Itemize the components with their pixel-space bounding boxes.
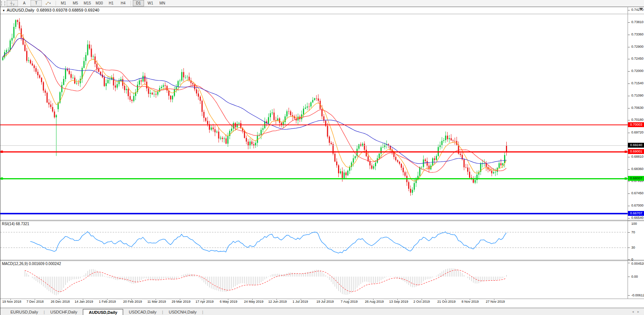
rsi-tick <box>628 232 630 233</box>
tab-scroll-arrows[interactable]: ◂▸ <box>632 310 643 314</box>
ohlc-quote-label: 0.68993 0.69378 0.68859 0.69240 <box>37 8 99 12</box>
chart-title: ▼AUDUSD,Daily 0.68993 0.69378 0.68859 0.… <box>2 8 99 12</box>
timeframe-button-m15[interactable]: M15 <box>82 0 93 6</box>
price-tick <box>628 10 630 10</box>
main-panel-bottom-border[interactable] <box>0 220 644 220</box>
price-tick <box>628 169 630 170</box>
price-tick <box>628 206 630 206</box>
date-label: 8 Nov 2019 <box>462 300 479 303</box>
timeframe-button-w1[interactable]: W1 <box>145 0 156 6</box>
date-label: 2 Oct 2019 <box>413 300 430 303</box>
tab-scroll-right-icon[interactable]: ▸ <box>637 310 643 314</box>
date-label: 7 Aug 2019 <box>341 300 358 303</box>
price-tick <box>628 84 630 84</box>
macd-tick <box>628 277 630 277</box>
date-label: 7 Dec 2018 <box>26 300 44 303</box>
collapse-arrow-icon[interactable]: ▼ <box>2 9 5 12</box>
crosshair-tool-icon: ┼ <box>10 1 13 5</box>
timeframe-button-h4[interactable]: H4 <box>118 0 129 6</box>
rsi-tick-label: 70 <box>631 230 635 234</box>
date-label: 13 Sep 2019 <box>389 300 408 303</box>
price-tick <box>628 157 630 157</box>
toolbar: ┼ F A T ⤢ ▾ M1M5M15M30H1H4D1W1MN <box>0 0 644 7</box>
price-tick <box>628 59 630 59</box>
line-handle-left[interactable] <box>1 151 3 153</box>
date-label: 29 Mar 2019 <box>172 300 191 303</box>
timeframe-button-d1[interactable]: D1 <box>133 0 144 6</box>
tab-scroll-left-icon[interactable]: ◂ <box>632 310 638 314</box>
macd-panel-bottom-border <box>0 299 644 299</box>
rsi-tick <box>628 248 630 248</box>
price-tick-label: 0.69720 <box>631 130 644 134</box>
horizontal-line-0.66707[interactable] <box>0 213 628 214</box>
toolbar-separator <box>56 1 56 6</box>
price-tick-label: 0.67000 <box>631 204 644 207</box>
date-label: 21 Oct 2019 <box>437 300 456 303</box>
text-label-tool-icon: A <box>23 1 26 5</box>
price-tick-label: 0.68360 <box>631 167 644 171</box>
date-label: 14 Jan 2019 <box>75 300 93 303</box>
line-handle-right[interactable] <box>625 151 627 153</box>
date-label: 27 Nov 2019 <box>486 300 505 303</box>
date-label: 6 May 2019 <box>220 300 237 303</box>
price-tick <box>628 181 630 182</box>
text-label-tool-button[interactable]: A <box>19 0 30 6</box>
rsi-panel-bottom-border[interactable] <box>0 260 644 260</box>
bid-price-tag: 0.69240 <box>628 143 644 148</box>
line-handle-right[interactable] <box>625 177 627 180</box>
price-tick-label: 0.71090 <box>631 94 644 97</box>
price-tick <box>628 218 630 218</box>
date-label: 19 Jul 2019 <box>316 300 334 303</box>
text-tool-button[interactable]: T <box>31 0 42 6</box>
rsi-tick <box>628 259 630 260</box>
date-label: 17 Apr 2019 <box>196 300 214 303</box>
price-tick-label: 0.72450 <box>631 57 644 60</box>
horizontal-line-0.68007[interactable] <box>0 178 628 179</box>
rsi-indicator-canvas[interactable] <box>0 221 628 260</box>
macd-label: MACD(12,26,9) 0.001609 0.000242 <box>2 262 61 266</box>
crosshair-tool-button[interactable]: ┼ F <box>7 0 18 6</box>
timeframe-button-h1[interactable]: H1 <box>106 0 117 6</box>
price-tick <box>628 71 630 72</box>
chart-symbol-label: AUDUSD,Daily <box>7 8 34 12</box>
price-tick <box>628 193 630 194</box>
price-tag-0.68007: 0.68007 <box>628 176 644 181</box>
macd-indicator-canvas[interactable] <box>0 261 628 299</box>
cursor-mode-button[interactable]: ⤢ ▾ <box>43 0 54 6</box>
ma-line-45 <box>3 38 506 164</box>
rsi-tick-label: 100 <box>631 222 637 226</box>
price-tick-label: 0.74270 <box>631 8 644 12</box>
timeframe-button-m5[interactable]: M5 <box>70 0 81 6</box>
candles <box>2 18 507 196</box>
date-label: 1 Jul 2019 <box>293 300 308 303</box>
tab-usdcnh[interactable]: USDCNH,Daily <box>163 309 202 315</box>
tab-usdcad[interactable]: USDCAD,Daily <box>123 309 162 315</box>
tab-usdchf[interactable]: USDCHF,Daily <box>45 309 83 315</box>
rsi-label: RSI(14) 68.7321 <box>2 222 29 226</box>
price-tick-label: 0.72900 <box>631 45 644 48</box>
horizontal-line-0.69001[interactable] <box>0 151 628 152</box>
main-chart-canvas[interactable] <box>0 7 628 220</box>
tab-separator: | <box>202 310 203 315</box>
price-tick <box>628 47 630 47</box>
chevron-down-icon: ▾ <box>49 2 51 5</box>
timeframe-button-m1[interactable]: M1 <box>58 0 69 6</box>
line-handle-left[interactable] <box>1 177 3 180</box>
rsi-tick-label: 30 <box>631 246 635 249</box>
date-label: 1 Feb 2019 <box>99 300 116 303</box>
price-tick-label: 0.66540 <box>631 216 644 220</box>
toolbar-grip[interactable] <box>1 1 5 6</box>
timeframe-button-mn[interactable]: MN <box>157 0 168 6</box>
date-label: 19 Nov 2018 <box>2 300 21 303</box>
price-tick-label: 0.73810 <box>631 20 644 24</box>
price-tag-0.70003: 0.70003 <box>628 122 644 127</box>
price-tick <box>628 35 630 35</box>
tab-eurusd[interactable]: EURUSD,Daily <box>5 309 44 315</box>
horizontal-line-0.70003[interactable] <box>0 125 628 125</box>
tab-audusd[interactable]: AUDUSD,Daily <box>83 309 123 315</box>
rsi-tick <box>628 221 630 221</box>
price-tick-label: 0.72000 <box>631 69 644 73</box>
timeframe-button-m30[interactable]: M30 <box>94 0 105 6</box>
timeframe-group: M1M5M15M30H1H4D1W1MN <box>57 0 168 6</box>
macd-tick-label: 0.004528 <box>631 262 644 265</box>
